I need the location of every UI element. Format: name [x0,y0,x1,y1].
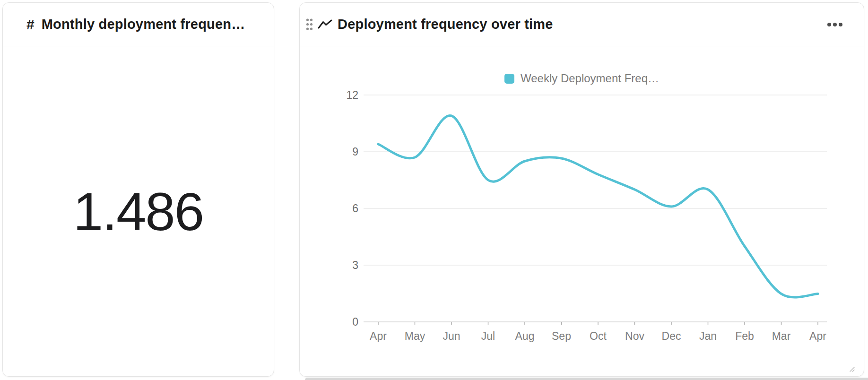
chart-svg: 036912AprMayJunJulAugSepOctNovDecJanFebM… [300,3,865,377]
metric-card-body: 1.486 [3,46,274,376]
chart-card: Deployment frequency over time Weekly De… [299,2,864,377]
number-metric-icon: # [26,17,35,33]
metric-value: 1.486 [73,181,203,242]
x-tick-label: Oct [590,330,607,342]
x-tick-label: May [405,330,425,342]
metric-card-title: Monthly deployment frequen… [42,17,245,32]
x-tick-label: Dec [662,330,681,342]
resize-handle-icon[interactable] [847,364,855,374]
x-tick-label: Mar [772,330,791,342]
y-tick-label: 6 [352,202,358,215]
x-tick-label: Sep [552,330,571,342]
y-tick-label: 0 [352,316,358,328]
below-widget-edge [305,378,868,380]
x-tick-label: Apr [809,330,826,342]
x-tick-label: Aug [515,330,535,342]
x-tick-label: Jan [699,330,717,342]
x-tick-label: Nov [625,330,644,342]
x-tick-label: Apr [370,330,387,342]
x-tick-label: Jul [481,330,495,342]
series-line [378,115,818,297]
y-tick-label: 3 [352,259,358,271]
metric-card-header: # Monthly deployment frequen… [3,3,274,46]
x-tick-label: Feb [735,330,754,342]
metric-card: # Monthly deployment frequen… 1.486 [2,2,274,377]
y-tick-label: 12 [346,89,358,101]
y-tick-label: 9 [352,146,358,158]
x-tick-label: Jun [443,330,460,342]
